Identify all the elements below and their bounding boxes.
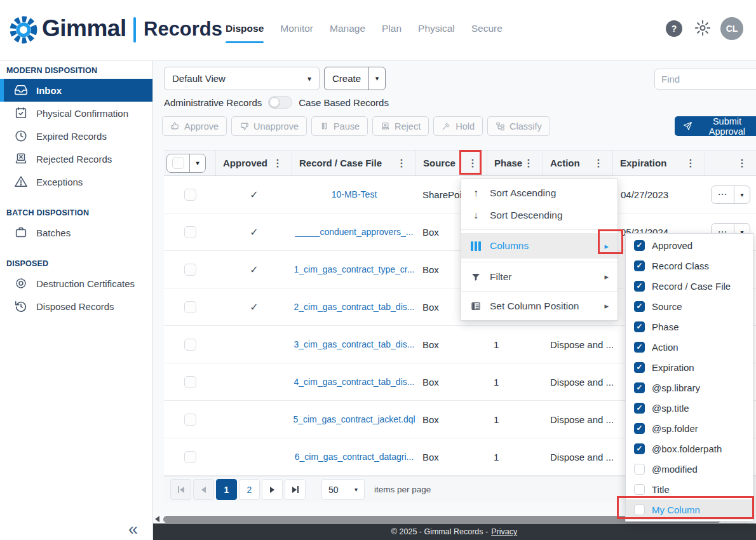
nav-monitor[interactable]: Monitor (280, 23, 313, 34)
row-checkbox[interactable] (184, 339, 196, 351)
sidebar-item-disposed-records[interactable]: Disposed Records (0, 295, 152, 318)
sidebar-collapse-icon[interactable]: « (128, 520, 138, 539)
menu-item-columns[interactable]: Columns ▸ (461, 233, 618, 259)
record-type-toggle[interactable] (268, 96, 292, 109)
record-link[interactable]: 1_cim_gas_contract_type_cr... (294, 264, 415, 274)
sidebar-item-inbox[interactable]: Inbox (0, 79, 152, 102)
nav-manage[interactable]: Manage (330, 23, 365, 34)
column-menu-icon[interactable]: ⋮ (685, 158, 705, 168)
record-link[interactable]: 5_cim_gas_contract_jacket.dql (293, 414, 415, 424)
select-all-checkbox[interactable] (172, 157, 184, 169)
page-size-select[interactable]: 50 ▾ (321, 479, 365, 500)
submenu-item-sp-library[interactable]: @sp.library (626, 377, 753, 398)
select-all-split-button[interactable]: ▾ (166, 154, 206, 173)
column-menu-icon[interactable]: ⋮ (593, 158, 612, 168)
record-link[interactable]: 10-MB-Test (332, 189, 377, 199)
menu-item-set-column-position[interactable]: Set Column Position ▸ (461, 295, 618, 317)
record-link[interactable]: 4_cim_gas_contract_tab_dis... (294, 377, 415, 387)
privacy-link[interactable]: Privacy (491, 527, 517, 536)
help-icon[interactable]: ? (666, 20, 682, 37)
previous-page-button[interactable] (193, 479, 214, 500)
menu-item-filter[interactable]: Filter ▸ (461, 266, 618, 288)
column-menu-icon[interactable]: ⋮ (523, 158, 543, 168)
menu-item-sort-ascending[interactable]: ↑ Sort Ascending (461, 182, 618, 204)
row-checkbox[interactable] (184, 189, 196, 201)
column-menu-icon-source[interactable]: ⋮ (468, 158, 487, 168)
create-split-button[interactable]: Create ▾ (324, 67, 386, 90)
submenu-item-record-class[interactable]: Record Class (626, 255, 753, 276)
row-checkbox[interactable] (184, 264, 196, 276)
submenu-item-my-column[interactable]: My Column (626, 499, 753, 520)
record-link[interactable]: _____conduent_approvers_... (295, 227, 413, 237)
submenu-item-record-case-file[interactable]: Record / Case File (626, 276, 753, 296)
record-link[interactable]: 2_cim_gas_contract_tab_dis... (294, 302, 415, 312)
chevron-down-icon[interactable]: ▾ (734, 186, 750, 203)
column-menu-icon[interactable]: ⋮ (396, 158, 415, 168)
submenu-item-title[interactable]: Title (626, 479, 753, 499)
column-menu-icon[interactable]: ⋮ (273, 158, 292, 168)
create-button[interactable]: Create (325, 67, 368, 90)
submenu-item-source[interactable]: Source (626, 296, 753, 316)
first-page-button[interactable] (170, 479, 191, 500)
column-menu-icon[interactable]: ⋮ (737, 158, 756, 168)
submenu-item-approved[interactable]: Approved (626, 235, 753, 255)
checkbox[interactable] (634, 464, 645, 475)
checkbox[interactable] (634, 443, 645, 454)
nav-physical[interactable]: Physical (418, 23, 455, 34)
checkbox[interactable] (634, 403, 645, 414)
chevron-down-icon[interactable]: ▾ (189, 154, 205, 172)
checkbox[interactable] (634, 240, 645, 251)
checkbox[interactable] (634, 484, 645, 495)
approve-button[interactable]: Approve (162, 116, 227, 136)
scroll-left-arrow-icon[interactable] (155, 516, 159, 522)
page-button-2[interactable]: 2 (239, 479, 260, 500)
nav-plan[interactable]: Plan (382, 23, 402, 34)
menu-item-sort-descending[interactable]: ↓ Sort Descending (461, 204, 618, 226)
hold-button[interactable]: Hold (433, 116, 483, 136)
submenu-item-sp-title[interactable]: @sp.title (626, 398, 753, 418)
page-button-1[interactable]: 1 (216, 479, 237, 500)
sidebar-item-rejected-records[interactable]: Rejected Records (0, 147, 152, 170)
checkbox[interactable] (634, 423, 645, 434)
submit-approval-button[interactable]: Submit Approval (675, 116, 756, 136)
sidebar-item-batches[interactable]: Batches (0, 221, 152, 244)
unapprove-button[interactable]: Unapprove (231, 116, 307, 136)
checkbox[interactable] (634, 504, 645, 515)
checkbox[interactable] (634, 301, 645, 312)
user-avatar[interactable]: CL (720, 17, 743, 40)
record-link[interactable]: 6_cim_gas_contract_datagri... (295, 452, 414, 462)
row-checkbox[interactable] (184, 451, 196, 463)
submenu-item-box-folderpath[interactable]: @box.folderpath (626, 438, 753, 459)
checkbox[interactable] (634, 260, 645, 271)
checkbox[interactable] (634, 362, 645, 373)
checkbox[interactable] (634, 281, 645, 292)
row-checkbox[interactable] (184, 414, 196, 426)
sidebar-item-exceptions[interactable]: Exceptions (0, 170, 152, 193)
reject-button[interactable]: Reject (372, 116, 429, 136)
pause-button[interactable]: Pause (311, 116, 368, 136)
row-actions-split-button[interactable]: ⋯▾ (711, 186, 750, 204)
sidebar-item-destruction-certificates[interactable]: Destruction Certificates (0, 272, 152, 295)
next-page-button[interactable] (262, 479, 283, 500)
submenu-item-sp-folder[interactable]: @sp.folder (626, 418, 753, 438)
checkbox[interactable] (634, 342, 645, 353)
row-checkbox[interactable] (184, 376, 196, 388)
create-dropdown-icon[interactable]: ▾ (368, 67, 385, 90)
checkbox[interactable] (634, 382, 645, 393)
find-input[interactable] (654, 69, 756, 90)
nav-dispose[interactable]: Dispose (226, 23, 264, 34)
gear-icon[interactable] (694, 19, 712, 37)
sidebar-item-expired-records[interactable]: Expired Records (0, 125, 152, 147)
checkbox[interactable] (634, 321, 645, 332)
submenu-item-expiration[interactable]: Expiration (626, 357, 753, 377)
row-checkbox[interactable] (184, 301, 196, 313)
row-checkbox[interactable] (184, 226, 196, 238)
classify-button[interactable]: Classify (487, 116, 550, 136)
submenu-item-action[interactable]: Action (626, 337, 753, 357)
sidebar-item-physical-confirmation[interactable]: Physical Confirmation (0, 102, 152, 125)
submenu-item-phase[interactable]: Phase (626, 316, 753, 337)
record-link[interactable]: 3_cim_gas_contract_tab_dis... (294, 339, 415, 349)
row-actions-icon[interactable]: ⋯ (712, 186, 734, 203)
last-page-button[interactable] (285, 479, 306, 500)
nav-secure[interactable]: Secure (471, 23, 503, 34)
